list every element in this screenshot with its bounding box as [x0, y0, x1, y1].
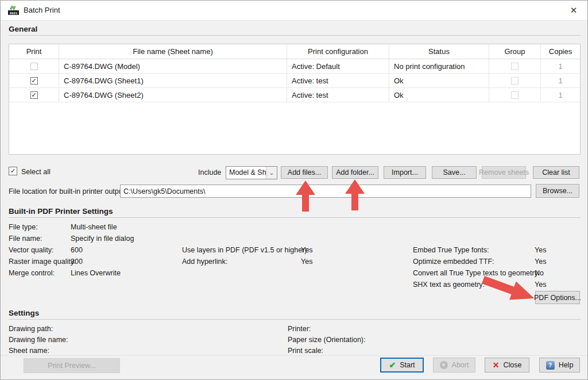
- print-config-cell: Active: test: [287, 74, 389, 87]
- annotation-arrow-add-folder: [343, 179, 366, 212]
- optimize-ttf-label: Optimize embedded TTF:: [413, 258, 494, 266]
- table-row[interactable]: C-89764.DWG (Model) Active: Default No p…: [9, 59, 580, 74]
- help-button-label: Help: [559, 361, 574, 369]
- window-title: Batch Print: [24, 6, 60, 14]
- sheet-name-label: Sheet name:: [9, 347, 49, 355]
- file-location-label: File location for built-in printer outpu…: [9, 187, 127, 195]
- file-name-label: File name:: [9, 235, 42, 243]
- shx-geometry-value: Yes: [535, 281, 546, 289]
- remove-sheets-button: Remove sheets: [482, 166, 526, 179]
- browse-button[interactable]: Browse...: [536, 184, 579, 198]
- group-checkbox[interactable]: [511, 91, 519, 99]
- print-checkbox[interactable]: ✓: [30, 91, 38, 99]
- print-config-cell: Active: test: [287, 88, 389, 102]
- chevron-down-icon[interactable]: ⌄: [266, 167, 277, 179]
- close-x-icon: ✕: [493, 360, 500, 370]
- general-section-heading: General: [9, 25, 37, 33]
- annotation-arrow-add-files: [294, 181, 317, 213]
- status-cell: Ok: [389, 88, 489, 102]
- print-config-cell: Active: Default: [287, 59, 389, 73]
- table-row[interactable]: ✓ C-89764.DWG (Sheet2) Active: test Ok 1: [9, 88, 580, 102]
- merge-control-value: Lines Overwrite: [71, 269, 121, 277]
- column-header-group: Group: [489, 44, 541, 59]
- settings-section-heading: Settings: [9, 309, 39, 317]
- include-dropdown-value: Model & Sheet: [226, 167, 266, 179]
- help-button[interactable]: ? Help: [539, 358, 580, 373]
- abort-button: ✕ Abort: [433, 358, 475, 373]
- group-checkbox[interactable]: [511, 77, 519, 85]
- footer-divider: [1, 355, 588, 356]
- paper-size-label: Paper size (Orientation):: [288, 336, 365, 344]
- vector-quality-value: 600: [71, 246, 83, 254]
- column-header-print: Print: [9, 44, 59, 59]
- abort-button-label: Abort: [452, 361, 469, 369]
- pdf-section-heading: Built-in PDF Printer Settings: [9, 207, 113, 216]
- group-checkbox[interactable]: [511, 63, 519, 70]
- batch-print-dialog: 2021 Batch Print ✕ General Print File na…: [0, 0, 588, 380]
- embed-ttf-label: Embed True Type fonts:: [413, 246, 489, 254]
- print-checkbox[interactable]: [30, 63, 38, 70]
- optimize-ttf-value: Yes: [535, 258, 546, 266]
- embed-ttf-value: Yes: [535, 246, 546, 254]
- add-hyperlink-label: Add hyperlink:: [182, 258, 227, 266]
- print-preview-button: Print Preview...: [24, 358, 120, 373]
- abort-icon: ✕: [440, 361, 448, 369]
- app-icon: 2021: [8, 5, 21, 16]
- pdf-options-button[interactable]: PDF Options...: [535, 291, 580, 304]
- status-cell: No print configuration: [389, 59, 489, 73]
- table-row[interactable]: ✓ C-89764.DWG (Sheet1) Active: test Ok 1: [9, 74, 580, 88]
- save-button[interactable]: Save...: [432, 166, 477, 179]
- file-name-cell: C-89764.DWG (Model): [59, 59, 287, 73]
- table-header-row: Print File name (Sheet name) Print confi…: [9, 44, 580, 59]
- convert-ttf-label: Convert all True Type texts to geometry:: [413, 269, 540, 277]
- copies-cell[interactable]: 1: [541, 74, 580, 87]
- include-dropdown[interactable]: Model & Sheet ⌄: [226, 166, 277, 179]
- print-checkbox[interactable]: ✓: [30, 77, 38, 85]
- print-scale-label: Print scale:: [288, 347, 323, 355]
- merge-control-label: Merge control:: [9, 269, 55, 277]
- close-button[interactable]: ✕ Close: [485, 358, 529, 373]
- printer-label: Printer:: [288, 325, 311, 333]
- vector-quality-label: Vector quality:: [9, 246, 54, 254]
- start-button-label: Start: [400, 361, 415, 369]
- titlebar: 2021 Batch Print ✕: [1, 1, 587, 21]
- include-label: Include: [198, 168, 221, 176]
- drawing-file-name-label: Drawing file name:: [9, 336, 68, 344]
- use-layers-value: Yes: [301, 246, 312, 254]
- help-icon: ?: [546, 361, 555, 370]
- column-header-config: Print configuration: [287, 44, 389, 59]
- raster-quality-value: 300: [71, 258, 83, 266]
- file-name-cell: C-89764.DWG (Sheet1): [59, 74, 287, 87]
- column-header-copies: Copies: [541, 44, 580, 59]
- column-header-filename: File name (Sheet name): [59, 44, 287, 59]
- select-all-label: Select all: [21, 168, 51, 176]
- svg-text:2021: 2021: [10, 11, 18, 15]
- file-name-cell: C-89764.DWG (Sheet2): [59, 88, 287, 102]
- select-all-checkbox[interactable]: ✓: [9, 167, 17, 175]
- file-type-value: Multi-sheet file: [71, 223, 117, 231]
- file-location-input[interactable]: [120, 185, 531, 198]
- use-layers-label: Use layers in PDF (PDF v1.5 or higher):: [182, 246, 309, 254]
- add-files-button[interactable]: Add files...: [281, 166, 328, 179]
- import-button[interactable]: Import...: [384, 166, 426, 179]
- clear-list-button[interactable]: Clear list: [533, 166, 579, 179]
- check-icon: ✔: [389, 360, 396, 370]
- status-cell: Ok: [389, 74, 489, 87]
- sheet-table: Print File name (Sheet name) Print confi…: [9, 44, 581, 155]
- close-icon[interactable]: ✕: [567, 4, 581, 17]
- shx-geometry-label: SHX text as geometry:: [413, 281, 485, 289]
- start-button[interactable]: ✔ Start: [380, 358, 424, 373]
- convert-ttf-value: No: [535, 269, 544, 277]
- add-hyperlink-value: Yes: [301, 258, 312, 266]
- drawing-path-label: Drawing path:: [9, 325, 53, 333]
- raster-quality-label: Raster image quality:: [9, 258, 76, 266]
- close-button-label: Close: [503, 361, 521, 369]
- general-divider: [9, 35, 581, 36]
- copies-cell[interactable]: 1: [541, 59, 580, 73]
- pdf-divider: [9, 217, 581, 218]
- copies-cell[interactable]: 1: [541, 88, 580, 102]
- file-type-label: File type:: [9, 223, 38, 231]
- settings-divider: [9, 319, 581, 320]
- file-name-value: Specify in file dialog: [71, 235, 134, 243]
- add-folder-button[interactable]: Add folder...: [332, 166, 378, 179]
